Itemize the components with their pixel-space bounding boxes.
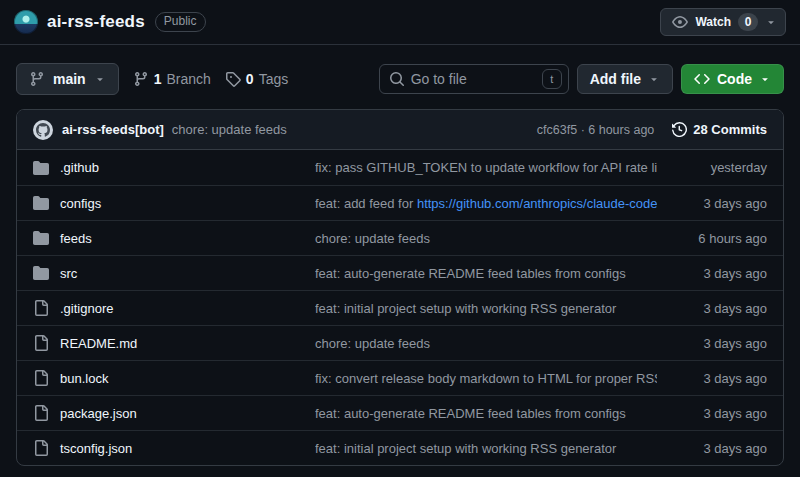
file-name-link[interactable]: tsconfig.json xyxy=(60,441,132,456)
git-branch-icon xyxy=(133,71,149,87)
file-name-link[interactable]: configs xyxy=(60,196,101,211)
file-icon xyxy=(33,440,49,456)
row-commit-message[interactable]: feat: auto-generate README feed tables f… xyxy=(315,266,626,281)
current-branch-label: main xyxy=(53,71,86,87)
folder-icon xyxy=(33,195,49,211)
keyboard-shortcut-hint: t xyxy=(542,69,562,89)
file-name-link[interactable]: .github xyxy=(60,160,99,175)
repo-avatar[interactable] xyxy=(14,10,38,34)
row-updated-time: 3 days ago xyxy=(657,301,767,316)
github-mark-icon xyxy=(36,123,50,137)
tag-icon xyxy=(225,71,241,87)
row-commit-message[interactable]: chore: update feeds xyxy=(315,231,430,246)
row-commit-message[interactable]: feat: add feed for https://github.com/an… xyxy=(315,196,657,211)
branch-count-label: Branch xyxy=(166,71,210,87)
row-updated-time: 3 days ago xyxy=(657,336,767,351)
git-branch-icon xyxy=(29,71,45,87)
table-row: srcfeat: auto-generate README feed table… xyxy=(17,255,783,290)
tag-count: 0 xyxy=(246,71,254,87)
table-row: package.jsonfeat: auto-generate README f… xyxy=(17,395,783,430)
row-updated-time: 3 days ago xyxy=(657,406,767,421)
commit-history-link[interactable]: 28 Commits xyxy=(672,122,767,137)
row-commit-message[interactable]: feat: initial project setup with working… xyxy=(315,441,616,456)
code-button-label: Code xyxy=(717,71,752,87)
add-file-button[interactable]: Add file xyxy=(577,64,673,94)
watch-button[interactable]: Watch 0 xyxy=(660,8,786,36)
folder-icon xyxy=(33,265,49,281)
table-row: configsfeat: add feed for https://github… xyxy=(17,185,783,220)
file-name-link[interactable]: package.json xyxy=(60,406,137,421)
folder-icon xyxy=(33,160,49,176)
history-icon xyxy=(672,122,687,137)
file-icon xyxy=(33,370,49,386)
file-name-link[interactable]: feeds xyxy=(60,231,92,246)
commit-sha[interactable]: cfc63f5 xyxy=(537,123,577,137)
table-row: README.mdchore: update feeds3 days ago xyxy=(17,325,783,360)
row-updated-time: 3 days ago xyxy=(657,266,767,281)
row-updated-time: yesterday xyxy=(657,160,767,175)
row-commit-message[interactable]: feat: auto-generate README feed tables f… xyxy=(315,406,626,421)
row-updated-time: 3 days ago xyxy=(657,371,767,386)
table-row: .gitignorefeat: initial project setup wi… xyxy=(17,290,783,325)
file-rows: .githubfix: pass GITHUB_TOKEN to update … xyxy=(17,150,783,465)
code-icon xyxy=(694,71,710,87)
latest-commit-bar: ai-rss-feeds[bot] chore: update feeds cf… xyxy=(17,110,783,150)
commit-author[interactable]: ai-rss-feeds[bot] xyxy=(62,122,164,137)
file-name-link[interactable]: bun.lock xyxy=(60,371,108,386)
repo-header: ai-rss-feeds Public Watch 0 xyxy=(0,0,800,45)
table-row: tsconfig.jsonfeat: initial project setup… xyxy=(17,430,783,465)
latest-commit-message[interactable]: chore: update feeds xyxy=(172,122,287,137)
file-icon xyxy=(33,335,49,351)
chevron-down-icon xyxy=(765,16,777,28)
chevron-down-icon xyxy=(648,73,660,85)
row-commit-message[interactable]: feat: initial project setup with working… xyxy=(315,301,616,316)
commit-message-url-link[interactable]: https://github.com/anthropics/claude-cod… xyxy=(417,196,657,211)
repo-toolbar: main 1 Branch 0 Tags t xyxy=(0,45,800,109)
search-input[interactable] xyxy=(411,71,536,87)
row-updated-time: 3 days ago xyxy=(657,196,767,211)
chevron-down-icon xyxy=(94,73,106,85)
row-commit-message[interactable]: chore: update feeds xyxy=(315,336,430,351)
folder-icon xyxy=(33,230,49,246)
file-name-link[interactable]: README.md xyxy=(60,336,137,351)
eye-icon xyxy=(672,14,688,30)
tags-link[interactable]: 0 Tags xyxy=(225,71,288,87)
search-icon xyxy=(389,71,405,87)
commits-count-label: 28 Commits xyxy=(693,122,767,137)
file-icon xyxy=(33,300,49,316)
file-name-link[interactable]: src xyxy=(60,266,77,281)
branch-count: 1 xyxy=(154,71,162,87)
visibility-badge: Public xyxy=(155,12,206,32)
tag-count-label: Tags xyxy=(259,71,289,87)
add-file-label: Add file xyxy=(590,71,641,87)
commit-meta-separator: · xyxy=(577,123,588,137)
file-name-link[interactable]: .gitignore xyxy=(60,301,113,316)
file-icon xyxy=(33,405,49,421)
row-commit-message[interactable]: fix: pass GITHUB_TOKEN to update workflo… xyxy=(315,160,657,175)
row-updated-time: 6 hours ago xyxy=(657,231,767,246)
code-button[interactable]: Code xyxy=(681,64,784,94)
commit-time: 6 hours ago xyxy=(588,123,654,137)
table-row: .githubfix: pass GITHUB_TOKEN to update … xyxy=(17,150,783,185)
file-table: ai-rss-feeds[bot] chore: update feeds cf… xyxy=(16,109,784,466)
bot-avatar[interactable] xyxy=(33,120,53,140)
table-row: bun.lockfix: convert release body markdo… xyxy=(17,360,783,395)
row-commit-message[interactable]: fix: convert release body markdown to HT… xyxy=(315,371,657,386)
repo-title[interactable]: ai-rss-feeds xyxy=(47,12,145,32)
row-updated-time: 3 days ago xyxy=(657,441,767,456)
watch-count: 0 xyxy=(738,13,758,31)
table-row: feedschore: update feeds6 hours ago xyxy=(17,220,783,255)
go-to-file-search[interactable]: t xyxy=(379,64,569,94)
watch-label: Watch xyxy=(695,15,731,29)
branches-link[interactable]: 1 Branch xyxy=(133,71,211,87)
branch-selector-button[interactable]: main xyxy=(16,63,119,95)
chevron-down-icon xyxy=(759,73,771,85)
